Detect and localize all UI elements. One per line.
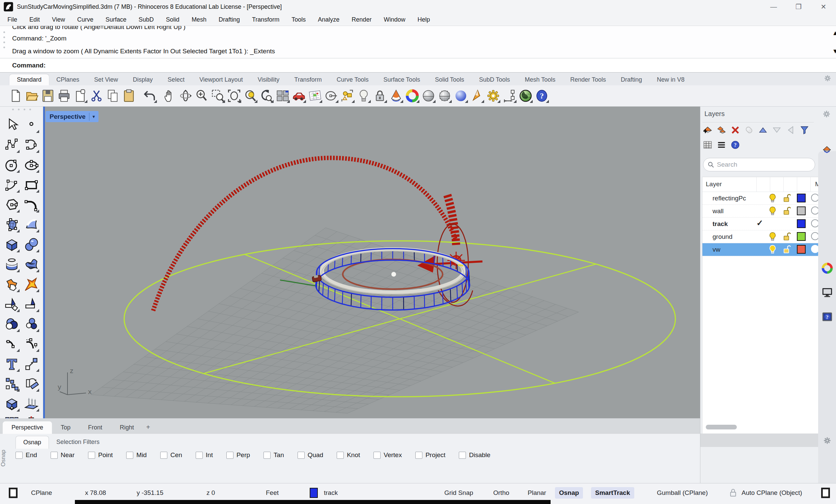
circle-icon[interactable] xyxy=(4,157,19,172)
zoom-window-icon[interactable] xyxy=(211,89,225,102)
explode-icon[interactable] xyxy=(24,277,39,292)
osnap-near[interactable]: Near xyxy=(51,451,75,459)
layers-panel-gear-icon[interactable] xyxy=(822,110,831,118)
undo-view-icon[interactable] xyxy=(260,89,273,102)
polygon-icon[interactable] xyxy=(4,197,19,212)
viewport-tab-perspective[interactable]: Perspective xyxy=(3,421,52,434)
viewport-tab-right[interactable]: Right xyxy=(111,421,143,434)
minimize-button[interactable]: — xyxy=(761,0,786,14)
tab-display[interactable]: Display xyxy=(126,74,160,85)
puzzle-join-icon[interactable] xyxy=(4,277,19,292)
vertex-checkbox[interactable] xyxy=(374,452,381,459)
point-checkbox[interactable] xyxy=(88,452,95,459)
lock-open-icon[interactable] xyxy=(783,232,791,241)
tab-cplanes[interactable]: CPlanes xyxy=(49,74,87,85)
options-gear-icon[interactable] xyxy=(487,89,500,102)
smarttrack-toggle[interactable]: SmartTrack xyxy=(591,487,634,499)
new-sublayer-icon[interactable] xyxy=(717,125,726,135)
rotate-view-icon[interactable] xyxy=(179,89,192,102)
filter-icon[interactable] xyxy=(800,125,809,135)
end-checkbox[interactable] xyxy=(16,452,23,459)
disable-checkbox[interactable] xyxy=(459,452,466,459)
layers-active-tab-icon[interactable] xyxy=(822,145,831,153)
command-prompt[interactable]: Command: xyxy=(0,59,836,72)
menu-surface[interactable]: Surface xyxy=(106,16,127,23)
zoom-selected-icon[interactable] xyxy=(244,89,257,102)
viewport-tab-top[interactable]: Top xyxy=(52,421,79,434)
ellipse-icon[interactable] xyxy=(24,157,39,172)
int-checkbox[interactable] xyxy=(196,452,203,459)
viewport-layout-icon[interactable] xyxy=(276,89,289,102)
layer-table-icon[interactable] xyxy=(703,140,712,150)
layer-color-swatch[interactable] xyxy=(797,232,806,241)
save-icon[interactable] xyxy=(41,89,55,102)
layer-row-reflectingpc[interactable]: reflectingPc xyxy=(702,192,821,205)
osnap-mid[interactable]: Mid xyxy=(126,451,147,459)
layer-color-swatch[interactable] xyxy=(797,207,806,215)
rectangle-icon[interactable] xyxy=(24,177,39,192)
add-viewport-tab-button[interactable]: + xyxy=(143,421,153,434)
light-icon[interactable] xyxy=(357,89,370,102)
cen-checkbox[interactable] xyxy=(160,452,167,459)
mid-checkbox[interactable] xyxy=(126,452,133,459)
viewport-pane-icon[interactable] xyxy=(9,487,18,498)
osnap-point[interactable]: Point xyxy=(88,451,113,459)
tab-mesh-tools[interactable]: Mesh Tools xyxy=(517,74,563,85)
open-file-icon[interactable] xyxy=(25,89,38,102)
lock-status-icon[interactable] xyxy=(729,488,737,497)
menu-drafting[interactable]: Drafting xyxy=(218,16,240,23)
corner-curve-icon[interactable] xyxy=(24,197,39,212)
status-pane-icon[interactable] xyxy=(821,487,830,498)
fillet-curves-icon[interactable] xyxy=(4,337,19,351)
new-file-icon[interactable] xyxy=(9,89,22,102)
near-checkbox[interactable] xyxy=(51,452,58,459)
paste-icon[interactable] xyxy=(122,89,136,102)
help-tab-icon[interactable]: ? xyxy=(821,311,833,323)
current-layer-button[interactable]: track xyxy=(324,489,338,497)
display-mode-icon[interactable] xyxy=(389,89,403,102)
gumball-toggle[interactable]: Gumball (CPlane) xyxy=(653,487,712,499)
lock-icon[interactable] xyxy=(373,89,387,102)
planar-toggle[interactable]: Planar xyxy=(524,487,550,499)
new-layer-icon[interactable] xyxy=(703,125,712,135)
layer-color-swatch[interactable] xyxy=(797,219,806,228)
print-icon[interactable] xyxy=(57,89,71,102)
select-pointer-icon[interactable] xyxy=(4,118,19,133)
tab-render-tools[interactable]: Render Tools xyxy=(563,74,613,85)
make-2d-icon[interactable] xyxy=(308,89,322,102)
sidebar-grip[interactable] xyxy=(0,106,43,110)
tab-standard[interactable]: Standard xyxy=(10,74,49,85)
grid-snap-toggle[interactable]: Grid Snap xyxy=(440,487,477,499)
knot-checkbox[interactable] xyxy=(337,452,344,459)
menu-window[interactable]: Window xyxy=(384,16,405,23)
boolean-solid-icon[interactable] xyxy=(4,396,19,411)
layer-row-vw[interactable]: vw xyxy=(702,243,821,256)
surface-3pt-icon[interactable] xyxy=(4,217,19,232)
tab-select[interactable]: Select xyxy=(160,74,192,85)
menu-mesh[interactable]: Mesh xyxy=(192,16,207,23)
copy-array-icon[interactable] xyxy=(4,376,19,391)
menu-help[interactable]: Help xyxy=(417,16,430,23)
menu-file[interactable]: File xyxy=(7,16,17,23)
curved-surface-icon[interactable] xyxy=(24,217,39,232)
cut-icon[interactable] xyxy=(90,89,103,102)
tabbar-gear-icon[interactable] xyxy=(824,75,832,83)
duplicate-layer-icon[interactable] xyxy=(745,125,754,135)
osnap-int[interactable]: Int xyxy=(196,451,213,459)
menu-subd[interactable]: SubD xyxy=(139,16,154,23)
tab-set-view[interactable]: Set View xyxy=(87,74,126,85)
perspective-viewport[interactable]: z y x Perspective ▼ xyxy=(45,106,700,418)
osnap-end[interactable]: End xyxy=(16,451,37,459)
visibility-bulb-icon[interactable] xyxy=(768,245,777,254)
selection-filters-tab[interactable]: Selection Filters xyxy=(49,436,107,449)
tab-subd-tools[interactable]: SubD Tools xyxy=(472,74,517,85)
viewport-tab-front[interactable]: Front xyxy=(79,421,111,434)
osnap-project[interactable]: Project xyxy=(415,451,445,459)
tab-transform[interactable]: Transform xyxy=(287,74,329,85)
tab-visibility[interactable]: Visibility xyxy=(250,74,287,85)
text-icon[interactable] xyxy=(4,356,19,371)
layer-help-icon[interactable]: ? xyxy=(731,140,740,150)
layer-search-input[interactable] xyxy=(717,161,805,168)
auto-cplane-toggle[interactable]: Auto CPlane (Object) xyxy=(742,489,802,497)
quad-checkbox[interactable] xyxy=(298,452,305,459)
